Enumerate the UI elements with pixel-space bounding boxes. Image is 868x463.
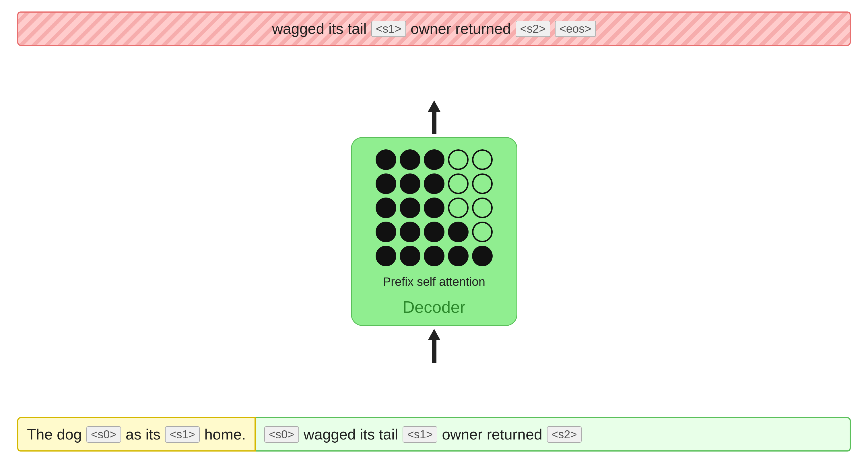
arrow-head-top	[428, 100, 440, 112]
input-right-s1: <s1>	[403, 426, 437, 443]
circle-1-4	[472, 173, 493, 194]
circle-0-1	[400, 150, 421, 170]
input-right-s2: <s2>	[547, 426, 582, 443]
circle-3-1	[400, 222, 421, 242]
circle-4-1	[400, 246, 421, 266]
output-text1: wagged its tail	[272, 20, 367, 37]
arrow-bottom	[428, 329, 440, 363]
attention-label: Prefix self attention	[383, 275, 485, 289]
main-container: wagged its tail <s1> owner returned <s2>…	[0, 0, 868, 463]
output-eos-badge: <eos>	[555, 21, 596, 37]
circle-3-4	[472, 222, 493, 242]
circle-3-0	[376, 222, 396, 242]
input-left-s0: <s0>	[86, 426, 121, 443]
attention-grid	[376, 150, 493, 266]
output-bar: wagged its tail <s1> owner returned <s2>…	[17, 11, 851, 46]
output-bar-content: wagged its tail <s1> owner returned <s2>…	[272, 20, 596, 37]
circle-4-2	[424, 246, 444, 266]
circle-1-3	[448, 173, 469, 194]
input-section: The dog <s0> as its <s1> home. <s0> wagg…	[17, 417, 851, 452]
arrow-head-bottom	[428, 329, 440, 340]
circle-2-4	[472, 198, 493, 218]
circle-2-1	[400, 198, 421, 218]
circle-0-0	[376, 150, 396, 170]
decoder-label: Decoder	[403, 297, 465, 317]
output-s1-badge: <s1>	[371, 21, 406, 37]
circle-1-0	[376, 173, 396, 194]
decoder-box: Prefix self attention Decoder	[351, 137, 517, 326]
decoder-section: Prefix self attention Decoder	[351, 46, 517, 417]
circle-0-4	[472, 150, 493, 170]
input-left-text2: as its	[126, 426, 160, 443]
input-left-s1: <s1>	[165, 426, 200, 443]
circle-3-2	[424, 222, 444, 242]
input-left: The dog <s0> as its <s1> home.	[17, 417, 256, 452]
input-left-text1: The dog	[27, 426, 82, 443]
output-s2-badge: <s2>	[516, 21, 550, 37]
circle-2-3	[448, 198, 469, 218]
input-right-s0: <s0>	[264, 426, 299, 443]
output-text2: owner returned	[411, 20, 511, 37]
circle-4-0	[376, 246, 396, 266]
circle-4-4	[472, 246, 493, 266]
input-right-text2: owner returned	[442, 426, 542, 443]
input-right: <s0> wagged its tail <s1> owner returned…	[256, 417, 851, 452]
input-right-text1: wagged its tail	[304, 426, 398, 443]
input-left-text3: home.	[204, 426, 246, 443]
circle-0-3	[448, 150, 469, 170]
arrow-top	[428, 100, 440, 134]
circle-2-2	[424, 198, 444, 218]
circle-3-3	[448, 222, 469, 242]
circle-1-2	[424, 173, 444, 194]
circle-4-3	[448, 246, 469, 266]
circle-2-0	[376, 198, 396, 218]
circle-0-2	[424, 150, 444, 170]
circle-1-1	[400, 173, 421, 194]
